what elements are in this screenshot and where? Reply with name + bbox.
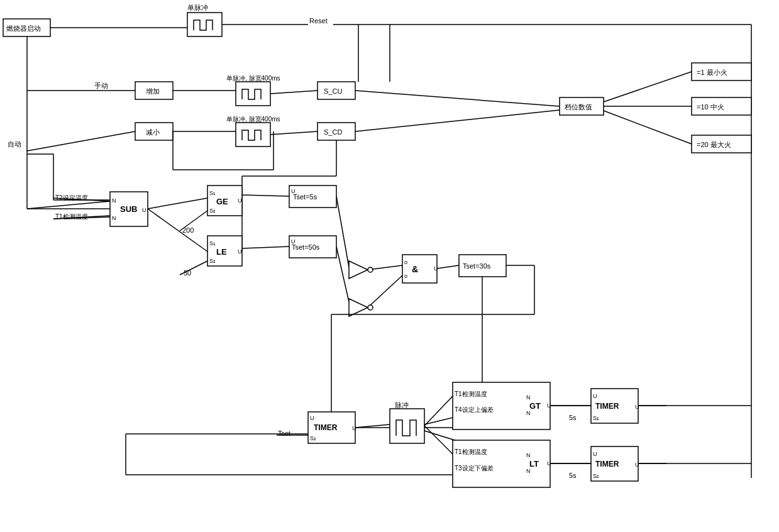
svg-text:=1 最小火: =1 最小火 <box>697 69 727 76</box>
svg-text:单脉冲: 单脉冲 <box>187 4 208 11</box>
svg-line-146 <box>424 426 453 454</box>
svg-line-15 <box>355 91 560 106</box>
svg-text:T1检测温度: T1检测温度 <box>455 391 487 397</box>
svg-point-103 <box>368 305 373 310</box>
svg-line-151 <box>27 201 110 209</box>
svg-text:增加: 增加 <box>145 87 160 95</box>
svg-text:U: U <box>434 265 438 272</box>
svg-line-23 <box>148 209 207 252</box>
svg-text:50: 50 <box>184 269 191 277</box>
svg-text:TIMER: TIMER <box>314 423 338 432</box>
svg-text:Tset=5s: Tset=5s <box>293 193 318 201</box>
svg-text:N: N <box>112 215 116 221</box>
svg-text:LT: LT <box>529 459 539 468</box>
svg-text:o: o <box>404 259 407 265</box>
svg-text:T4设定上偏差: T4设定上偏差 <box>455 406 494 413</box>
svg-text:U: U <box>238 197 242 204</box>
svg-text:档位数值: 档位数值 <box>564 103 592 111</box>
svg-text:S₂: S₂ <box>209 208 216 214</box>
svg-text:LE: LE <box>216 247 227 257</box>
svg-text:单脉冲, 脉宽400ms: 单脉冲, 脉宽400ms <box>226 75 280 82</box>
svg-text:Reset: Reset <box>309 17 328 25</box>
svg-text:U: U <box>635 462 639 468</box>
svg-text:=20 最大火: =20 最大火 <box>697 141 731 148</box>
svg-line-27 <box>242 247 289 248</box>
svg-text:SUB: SUB <box>120 204 137 214</box>
svg-marker-100 <box>349 261 368 279</box>
svg-text:减小: 减小 <box>146 128 160 136</box>
svg-line-17 <box>604 72 692 102</box>
svg-text:S₂: S₂ <box>593 473 599 479</box>
svg-text:U: U <box>352 425 356 431</box>
svg-text:&: & <box>412 264 418 274</box>
svg-text:U: U <box>310 415 314 421</box>
svg-text:U: U <box>593 393 597 399</box>
svg-text:GE: GE <box>216 197 228 206</box>
svg-marker-102 <box>349 299 368 316</box>
svg-text:Tset: Tset <box>278 429 290 437</box>
svg-text:N: N <box>526 410 531 416</box>
svg-text:U: U <box>593 451 597 457</box>
svg-text:燃烧器启动: 燃烧器启动 <box>6 25 41 32</box>
svg-text:Tset=30s: Tset=30s <box>463 262 491 270</box>
svg-line-16 <box>355 110 560 131</box>
svg-line-26 <box>242 195 289 196</box>
svg-rect-52 <box>187 13 222 36</box>
svg-text:200: 200 <box>182 226 194 234</box>
diagram-container: Reset 手动 自动 <box>0 0 779 532</box>
svg-text:S₂: S₂ <box>310 435 316 441</box>
svg-text:手动: 手动 <box>94 82 108 89</box>
svg-text:U: U <box>291 238 296 245</box>
svg-text:U: U <box>142 207 146 213</box>
svg-text:N: N <box>526 452 531 458</box>
svg-text:S₁: S₁ <box>209 240 216 247</box>
svg-text:5s: 5s <box>569 472 577 479</box>
svg-text:S₁: S₁ <box>209 190 216 196</box>
svg-text:N: N <box>112 197 116 204</box>
svg-text:S₂: S₂ <box>209 258 216 264</box>
svg-rect-118 <box>390 409 424 443</box>
svg-text:TIMER: TIMER <box>595 402 619 411</box>
svg-text:TIMER: TIMER <box>595 460 619 468</box>
svg-text:N: N <box>526 394 531 401</box>
svg-text:S_CD: S_CD <box>324 128 342 136</box>
svg-text:U: U <box>291 188 296 194</box>
svg-rect-60 <box>236 82 270 106</box>
svg-text:U: U <box>238 248 242 255</box>
svg-line-31 <box>368 275 402 308</box>
svg-text:=10 中火: =10 中火 <box>697 103 724 111</box>
svg-text:T3设定下偏差: T3设定下偏差 <box>455 465 494 472</box>
svg-line-10 <box>270 91 318 94</box>
svg-text:o: o <box>404 273 407 279</box>
svg-text:S_CU: S_CU <box>324 87 342 95</box>
svg-text:GT: GT <box>529 401 541 411</box>
svg-text:自动: 自动 <box>8 140 21 148</box>
svg-rect-62 <box>236 123 270 147</box>
svg-line-32 <box>437 265 459 269</box>
svg-text:U: U <box>635 404 639 410</box>
svg-line-19 <box>604 111 692 144</box>
svg-line-11 <box>27 131 135 151</box>
svg-text:5s: 5s <box>569 414 577 421</box>
svg-line-22 <box>148 198 207 209</box>
svg-text:脉冲: 脉冲 <box>395 401 409 409</box>
svg-text:S₂: S₂ <box>593 415 599 421</box>
svg-rect-104 <box>402 255 437 283</box>
svg-text:Tset=50s: Tset=50s <box>292 243 320 251</box>
svg-text:T1检测温度: T1检测温度 <box>455 448 487 455</box>
svg-point-101 <box>368 267 373 272</box>
svg-line-14 <box>270 131 318 135</box>
svg-text:单脉冲, 脉宽400ms: 单脉冲, 脉宽400ms <box>226 116 280 123</box>
diagram-svg: Reset 手动 自动 <box>0 0 779 532</box>
svg-text:N: N <box>526 468 531 474</box>
